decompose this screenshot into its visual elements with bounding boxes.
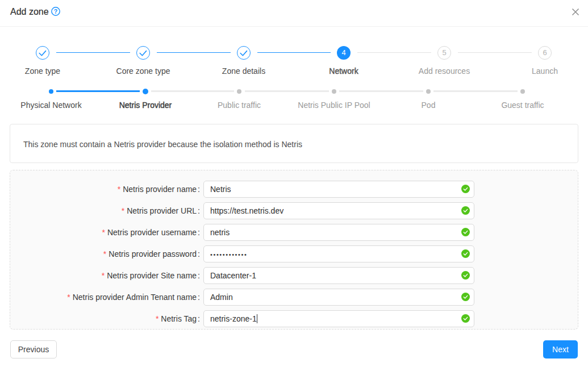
svg-text:?: ? [54,8,57,15]
